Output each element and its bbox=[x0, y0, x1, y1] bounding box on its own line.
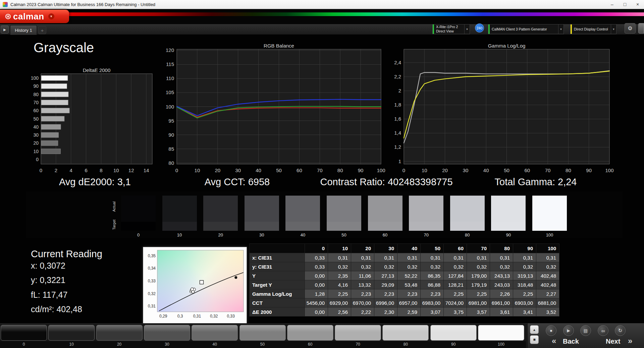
table-cell: 6957,00 bbox=[397, 298, 421, 307]
svg-text:20: 20 bbox=[33, 140, 39, 146]
pattern-dropdown-text: CalMAN Client 3 Pattern Generator bbox=[490, 24, 558, 34]
pattern-button-60[interactable] bbox=[287, 325, 333, 341]
display-window-button[interactable]: ■ bbox=[530, 335, 539, 344]
tab-label: History 1 bbox=[15, 28, 32, 33]
table-cell: 179,00 bbox=[467, 271, 490, 280]
pattern-button-label-30: 30 bbox=[144, 342, 190, 347]
table-cell: 2,25 bbox=[328, 289, 351, 298]
pattern-button-70[interactable] bbox=[335, 325, 381, 341]
pattern-button-50[interactable] bbox=[239, 325, 286, 341]
calman-logo-button[interactable]: ⊛ calman ▼ bbox=[0, 10, 69, 23]
edge-panel-button[interactable] bbox=[638, 23, 644, 33]
swatch-target-100 bbox=[532, 222, 567, 231]
svg-text:80: 80 bbox=[168, 160, 174, 166]
meter-dropdown[interactable]: X-Rite i1Pro 2 Direct View ▼ bbox=[432, 24, 470, 34]
swatch-target-10 bbox=[162, 222, 197, 231]
svg-text:100: 100 bbox=[31, 75, 39, 81]
table-col-10: 10 bbox=[328, 244, 351, 253]
table-cell: 2,26 bbox=[490, 289, 513, 298]
stop-button[interactable]: ■ bbox=[546, 325, 556, 336]
refresh-button[interactable]: ↻ bbox=[615, 325, 626, 336]
svg-text:70: 70 bbox=[317, 167, 323, 173]
table-corner bbox=[250, 244, 305, 253]
pattern-button-30[interactable] bbox=[144, 325, 190, 341]
svg-text:120: 120 bbox=[166, 47, 174, 53]
table-cell: 402,48 bbox=[536, 271, 559, 280]
table-cell: 2,23 bbox=[421, 289, 444, 298]
table-cell: 243,13 bbox=[490, 271, 513, 280]
table-cell: 11,06 bbox=[351, 271, 374, 280]
plus-icon: + bbox=[41, 27, 44, 33]
swatch-level-label-0: 0 bbox=[121, 232, 156, 237]
next-chevron-icon[interactable]: » bbox=[628, 336, 632, 346]
swatch-actual-30 bbox=[245, 196, 279, 222]
tab-history-1[interactable]: History 1 bbox=[10, 25, 37, 35]
pattern-generator-dropdown[interactable]: CalMAN Client 3 Pattern Generator ▼ bbox=[488, 24, 564, 34]
app-icon bbox=[3, 2, 8, 7]
table-cell: 128,21 bbox=[444, 280, 467, 289]
svg-text:0,33: 0,33 bbox=[227, 314, 235, 319]
pattern-button-40[interactable] bbox=[192, 325, 238, 341]
back-button[interactable]: Back bbox=[563, 338, 579, 345]
history-panel-toggle[interactable]: ▶ bbox=[1, 25, 9, 33]
svg-text:80: 80 bbox=[566, 167, 571, 173]
svg-text:1,4: 1,4 bbox=[394, 130, 401, 136]
meter-mode: Direct View bbox=[436, 29, 462, 33]
pattern-button-90[interactable] bbox=[430, 325, 477, 341]
svg-text:40: 40 bbox=[483, 167, 489, 173]
svg-text:2,4: 2,4 bbox=[394, 60, 401, 65]
play-button[interactable]: ▶ bbox=[563, 325, 574, 336]
pattern-button-0[interactable] bbox=[1, 325, 47, 341]
table-cell: 27,13 bbox=[374, 271, 397, 280]
svg-text:115: 115 bbox=[166, 61, 174, 67]
window-controls: – □ × bbox=[606, 0, 644, 9]
swatch-actual-10 bbox=[162, 196, 197, 222]
table-col-20: 20 bbox=[351, 244, 374, 253]
row-label: Target Y bbox=[250, 280, 305, 289]
minimize-button[interactable]: – bbox=[606, 0, 619, 9]
svg-text:0,34: 0,34 bbox=[148, 266, 156, 271]
swatch-actual-80 bbox=[450, 196, 485, 222]
eject-icon: ▲ bbox=[533, 328, 536, 332]
svg-text:110: 110 bbox=[166, 75, 174, 81]
back-chevron-icon[interactable]: « bbox=[552, 336, 556, 346]
pattern-generator-name: CalMAN Client 3 Pattern Generator bbox=[492, 27, 556, 31]
table-cell: 127,84 bbox=[444, 271, 467, 280]
reading-count-badge[interactable]: 240 bbox=[475, 23, 484, 32]
table-cell: 0,32 bbox=[513, 262, 536, 271]
settings-button[interactable]: ⚙ bbox=[625, 23, 636, 33]
svg-text:20: 20 bbox=[215, 167, 220, 173]
current-reading-fl: fL: 117,47 bbox=[31, 290, 67, 300]
table-cell: 2,27 bbox=[536, 289, 559, 298]
display-control-dropdown[interactable]: Direct Display Control ▼ bbox=[570, 24, 616, 34]
maximize-button[interactable]: □ bbox=[619, 0, 631, 9]
pattern-button-100[interactable] bbox=[478, 325, 524, 341]
next-button[interactable]: Next bbox=[606, 338, 620, 345]
table-row: CCT5456,006929,006970,006996,006957,0069… bbox=[250, 298, 559, 307]
save-button[interactable]: ▤ bbox=[580, 325, 591, 336]
table-cell: 0,32 bbox=[490, 262, 513, 271]
svg-text:1,6: 1,6 bbox=[394, 116, 401, 122]
table-cell: 0,32 bbox=[536, 262, 559, 271]
pattern-button-20[interactable] bbox=[96, 325, 143, 341]
table-cell: 0,31 bbox=[444, 253, 467, 262]
table-cell: 53,48 bbox=[397, 280, 421, 289]
add-tab-button[interactable]: + bbox=[38, 26, 46, 34]
pattern-button-80[interactable] bbox=[382, 325, 429, 341]
swatch-actual-0 bbox=[121, 196, 156, 222]
svg-text:90: 90 bbox=[358, 167, 364, 173]
svg-text:10: 10 bbox=[113, 167, 119, 173]
table-cell: 5456,00 bbox=[305, 298, 328, 307]
table-cell: 0,00 bbox=[305, 307, 328, 317]
continuous-measure-button[interactable]: ∞ bbox=[598, 325, 608, 336]
row-label: Gamma Log/Log bbox=[250, 289, 305, 298]
pattern-button-10[interactable] bbox=[48, 325, 95, 341]
table-cell: 243,03 bbox=[490, 280, 513, 289]
table-col-30: 30 bbox=[374, 244, 397, 253]
eject-button[interactable]: ▲ bbox=[530, 325, 539, 334]
pattern-button-label-60: 60 bbox=[287, 342, 333, 347]
swatch-actual-20 bbox=[203, 196, 238, 222]
svg-text:10: 10 bbox=[195, 167, 200, 173]
table-cell: 2,22 bbox=[351, 307, 374, 317]
close-button[interactable]: × bbox=[631, 0, 644, 9]
